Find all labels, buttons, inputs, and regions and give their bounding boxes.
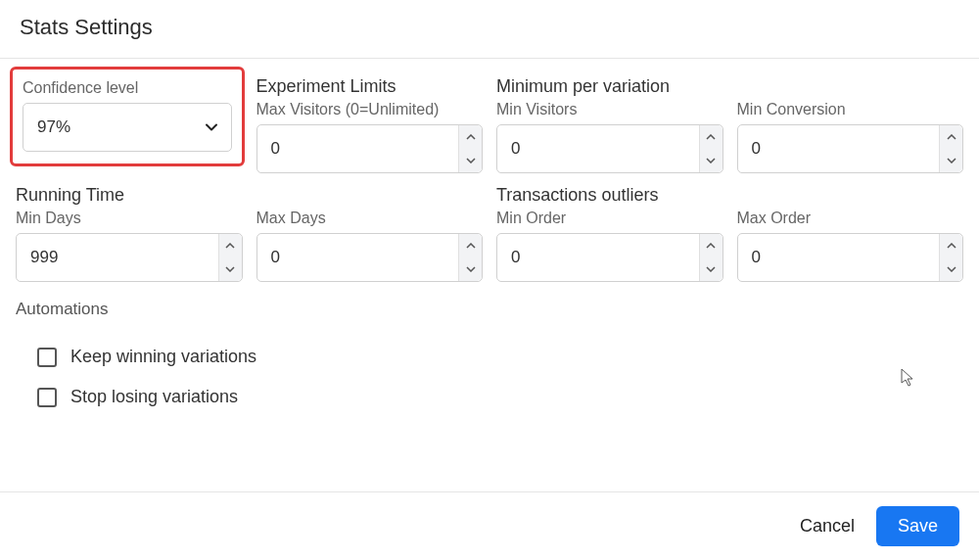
- col-experiment-limits: Experiment Limits Max Visitors (0=Unlimi…: [256, 76, 484, 173]
- min-days-input-wrap: [16, 233, 243, 282]
- spinner-down-icon[interactable]: [700, 257, 723, 281]
- settings-form: Confidence level Experiment Limits Max V…: [0, 59, 979, 417]
- automations-section: Automations Keep winning variations Stop…: [16, 300, 963, 417]
- confidence-select[interactable]: [23, 103, 232, 152]
- min-order-label: Min Order: [496, 210, 723, 227]
- min-order-spinner: [699, 234, 723, 281]
- spinner-up-icon[interactable]: [459, 234, 482, 257]
- spinner-down-icon[interactable]: [940, 149, 962, 172]
- save-button[interactable]: Save: [876, 506, 959, 546]
- min-conversion-spinner: [939, 125, 962, 172]
- spacer-heading-1: [737, 76, 964, 97]
- stop-losing-checkbox[interactable]: [37, 388, 57, 407]
- automations-heading: Automations: [16, 300, 963, 319]
- stop-losing-label: Stop losing variations: [70, 387, 238, 407]
- spinner-down-icon[interactable]: [219, 257, 242, 281]
- max-order-label: Max Order: [737, 210, 964, 227]
- col-min-days: Running Time Min Days: [16, 185, 243, 282]
- min-conversion-input-wrap: [737, 124, 964, 173]
- keep-winning-checkbox[interactable]: [37, 348, 57, 367]
- max-order-spinner: [939, 234, 962, 281]
- min-visitors-spinner: [699, 125, 723, 172]
- page-title: Stats Settings: [0, 0, 979, 58]
- confidence-value[interactable]: [23, 104, 192, 151]
- spinner-down-icon[interactable]: [459, 149, 482, 172]
- col-min-conversion: Min Conversion: [737, 76, 964, 173]
- spinner-up-icon[interactable]: [459, 125, 482, 149]
- spinner-down-icon[interactable]: [700, 149, 723, 172]
- running-time-heading: Running Time: [16, 185, 243, 206]
- stop-losing-row: Stop losing variations: [16, 377, 963, 417]
- max-days-input-wrap: [256, 233, 484, 282]
- keep-winning-row: Keep winning variations: [16, 337, 963, 377]
- experiment-limits-heading: Experiment Limits: [256, 76, 484, 97]
- spinner-up-icon[interactable]: [700, 234, 723, 257]
- row-1: Confidence level Experiment Limits Max V…: [16, 76, 963, 173]
- min-days-label: Min Days: [16, 210, 243, 227]
- footer: Cancel Save: [0, 491, 979, 560]
- col-max-days: Max Days: [256, 185, 484, 282]
- min-visitors-label: Min Visitors: [496, 101, 723, 118]
- col-max-order: Max Order: [737, 185, 964, 282]
- col-min-visitors: Minimum per variation Min Visitors: [496, 76, 723, 173]
- min-days-spinner: [218, 234, 242, 281]
- min-visitors-input[interactable]: [497, 125, 699, 172]
- min-days-input[interactable]: [17, 234, 218, 281]
- keep-winning-label: Keep winning variations: [70, 347, 256, 367]
- max-order-input[interactable]: [738, 234, 940, 281]
- min-visitors-input-wrap: [496, 124, 723, 173]
- max-visitors-input-wrap: [256, 124, 484, 173]
- max-days-label: Max Days: [256, 210, 484, 227]
- spinner-up-icon[interactable]: [700, 125, 723, 149]
- col-min-order: Transactions outliers Min Order: [496, 185, 723, 282]
- spacer-heading-3: [737, 185, 964, 206]
- cancel-button[interactable]: Cancel: [800, 516, 855, 537]
- max-days-input[interactable]: [257, 234, 459, 281]
- confidence-highlight-box: Confidence level: [10, 67, 245, 166]
- min-conversion-input[interactable]: [738, 125, 940, 172]
- confidence-label: Confidence level: [23, 79, 232, 97]
- max-order-input-wrap: [737, 233, 964, 282]
- min-conversion-label: Min Conversion: [737, 101, 964, 118]
- chevron-down-icon[interactable]: [192, 104, 231, 151]
- spinner-up-icon[interactable]: [940, 125, 962, 149]
- spinner-up-icon[interactable]: [219, 234, 242, 257]
- spinner-up-icon[interactable]: [940, 234, 962, 257]
- max-days-spinner: [458, 234, 482, 281]
- min-order-input-wrap: [496, 233, 723, 282]
- row-2: Running Time Min Days Max Days: [16, 185, 963, 282]
- transactions-outliers-heading: Transactions outliers: [496, 185, 723, 206]
- max-visitors-spinner: [458, 125, 482, 172]
- col-confidence: Confidence level: [16, 76, 243, 173]
- max-visitors-label: Max Visitors (0=Unlimited): [256, 101, 484, 118]
- spinner-down-icon[interactable]: [940, 257, 962, 281]
- min-per-variation-heading: Minimum per variation: [496, 76, 723, 97]
- spinner-down-icon[interactable]: [459, 257, 482, 281]
- spacer-heading-2: [256, 185, 484, 206]
- min-order-input[interactable]: [497, 234, 699, 281]
- max-visitors-input[interactable]: [257, 125, 459, 172]
